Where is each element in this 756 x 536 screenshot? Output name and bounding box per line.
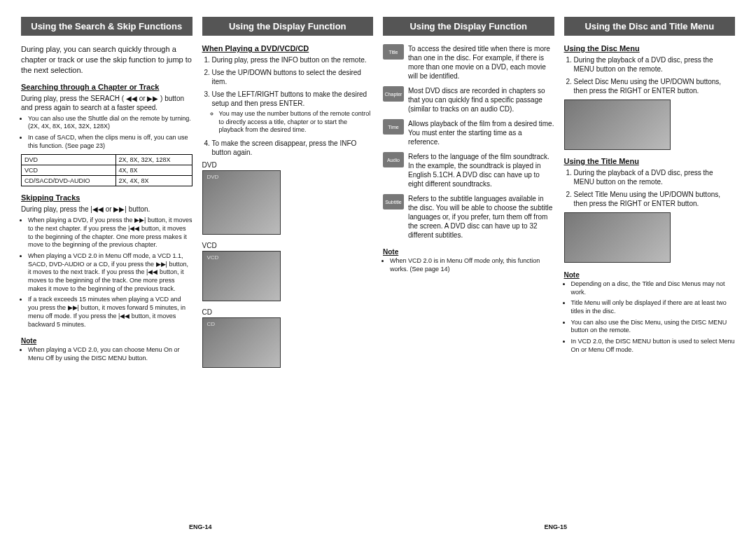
col4-sub2: Using the Title Menu — [564, 157, 736, 165]
col1-b2c: If a track exceeds 15 minutes when playi… — [28, 296, 192, 329]
subtitle-icon: Subtitle — [383, 194, 404, 209]
lbl-dvd: DVD — [202, 161, 374, 169]
col4-note: Note — [564, 271, 736, 279]
time-icon: Time — [383, 119, 404, 135]
col4-d2: Select Disc Menu using the UP/DOWN butto… — [574, 77, 736, 95]
page-num-right: ENG-15 — [544, 523, 567, 530]
chapter-icon: Chapter — [383, 86, 404, 102]
col2-header: Using the Display Function — [202, 17, 374, 36]
col-display-right: Using the Display Function TitleTo acces… — [383, 17, 554, 536]
col4-sub1: Using the Disc Menu — [564, 44, 736, 53]
col4-t2: Select Title Menu using the UP/DOWN butt… — [574, 190, 736, 208]
col1-b2a: When playing a DVD, if you press the ▶▶|… — [28, 217, 192, 249]
col4-n1: Depending on a disc, the Title and Disc … — [571, 280, 736, 296]
manual-spread: Using the Search & Skip Functions During… — [0, 0, 756, 536]
subtitle-text: Refers to the subtitle languages availab… — [408, 194, 554, 240]
title-icon: Title — [383, 44, 404, 60]
col1-sub2: Skipping Tracks — [21, 193, 192, 202]
col4-n3: You can also use the Disc Menu, using th… — [571, 319, 736, 335]
col4-t1: During the playback of a DVD disc, press… — [574, 168, 736, 186]
col-search-skip: Using the Search & Skip Functions During… — [21, 17, 192, 536]
col3-nb: When VCD 2.0 is in Menu Off mode only, t… — [390, 257, 554, 273]
lbl-vcd: VCD — [202, 242, 374, 249]
lbl-cd: CD — [202, 308, 374, 316]
cell: DVD — [22, 155, 116, 165]
col1-p1: During play, press the SERACH ( ◀◀ or ▶▶… — [21, 94, 192, 112]
col1-b1b: In case of SACD, when the clips menu is … — [28, 134, 192, 150]
col4-n2: Title Menu will only be displayed if the… — [571, 299, 736, 315]
col1-header: Using the Search & Skip Functions — [21, 17, 192, 36]
col4-n4: In VCD 2.0, the DISC MENU button is used… — [571, 338, 736, 354]
col1-sub1: Searching through a Chapter or Track — [21, 83, 192, 91]
cell: 2X, 4X, 8X — [115, 176, 192, 186]
col2-s1: During play, press the INFO button on th… — [212, 55, 374, 64]
screenshot-disc-menu — [564, 99, 671, 150]
chapter-text: Most DVD discs are recorded in chapters … — [408, 86, 554, 114]
col2-s3: Use the LEFT/RIGHT buttons to make the d… — [212, 90, 374, 135]
speed-table: DVD2X, 8X, 32X, 128X VCD4X, 8X CD/SACD/D… — [21, 154, 192, 186]
time-text: Allows playback of the film from a desir… — [408, 119, 554, 146]
col1-p2: During play, press the |◀◀ or ▶▶| button… — [21, 205, 192, 214]
audio-icon: Audio — [383, 152, 404, 167]
title-text: To access the desired title when there i… — [408, 44, 554, 81]
cell: CD/SACD/DVD-AUDIO — [22, 176, 116, 186]
audio-text: Refers to the language of the film sound… — [408, 152, 554, 188]
col1-note: Note — [21, 337, 192, 345]
col2-sub1: When Playing a DVD/VCD/CD — [202, 44, 374, 53]
col1-b2b: When playing a VCD 2.0 in Menu Off mode,… — [28, 252, 192, 293]
page-num-left: ENG-14 — [189, 523, 212, 530]
col4-d1: During the playback of a DVD disc, press… — [574, 55, 736, 74]
col3-header: Using the Display Function — [383, 17, 554, 36]
col2-s2: Use the UP/DOWN buttons to select the de… — [212, 68, 374, 86]
col1-nb: When playing a VCD 2.0, you can choose M… — [28, 346, 192, 362]
col3-note: Note — [383, 248, 554, 256]
col1-intro: During play, you can search quickly thro… — [21, 44, 192, 76]
osd-screenshot-dvd: DVD — [202, 170, 281, 235]
screenshot-title-menu — [564, 212, 671, 263]
cell: 2X, 8X, 32X, 128X — [115, 155, 192, 165]
col2-s4: To make the screen disappear, press the … — [212, 139, 374, 157]
col-display-left: Using the Display Function When Playing … — [202, 17, 374, 536]
col2-s3b: You may use the number buttons of the re… — [219, 110, 374, 135]
cell: 4X, 8X — [115, 165, 192, 176]
cell: VCD — [22, 165, 116, 176]
osd-screenshot-vcd: VCD — [202, 251, 281, 301]
col4-header: Using the Disc and Title Menu — [564, 17, 736, 36]
osd-screenshot-cd: CD — [202, 317, 281, 368]
col-disc-title-menu: Using the Disc and Title Menu Using the … — [564, 17, 736, 536]
col1-b1a: You can also use the Shuttle dial on the… — [28, 115, 192, 131]
